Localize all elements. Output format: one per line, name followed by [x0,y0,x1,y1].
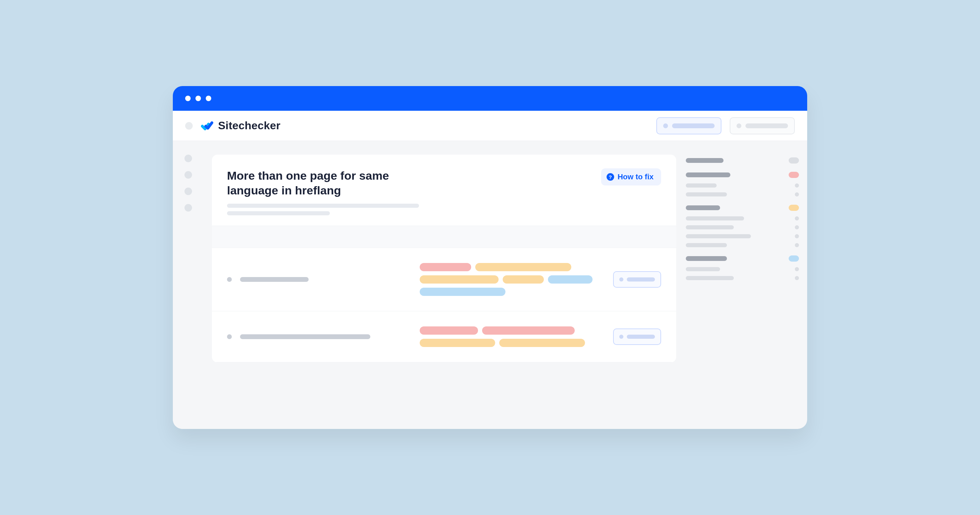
nav-item[interactable] [185,204,192,211]
count-dot [795,267,799,271]
card-header: More than one page for same language in … [212,155,676,226]
aside-item[interactable] [686,243,799,247]
count-dot [795,276,799,280]
how-to-fix-button[interactable]: ? How to fix [601,168,661,186]
issue-subtitle-placeholder [227,203,419,215]
placeholder-bar [227,211,330,215]
aside-item[interactable] [686,192,799,197]
help-icon: ? [606,173,614,181]
window-control-dot[interactable] [185,96,191,101]
tag-pill [420,263,471,271]
placeholder-dot [619,335,624,339]
nav-item[interactable] [185,171,192,179]
tag-pill [420,275,499,284]
count-dot [795,234,799,238]
aside-section [686,256,799,280]
card-band [212,226,676,248]
app-window: Sitechecker [173,86,807,429]
brand-name: Sitechecker [218,119,280,132]
aside-section [686,205,799,247]
issue-card: More than one page for same language in … [212,155,676,362]
status-badge [789,256,799,262]
row-bullet [227,277,232,282]
nav-rail [173,141,204,429]
aside-item[interactable] [686,267,799,271]
issue-row [212,248,676,312]
count-dot [795,192,799,197]
row-url-placeholder [240,277,309,282]
placeholder-bar [686,276,734,280]
placeholder-bar [686,216,744,221]
tag-pill [482,326,575,335]
placeholder-bar [686,192,727,197]
row-url-placeholder [240,334,370,339]
tag-pill [420,339,495,347]
placeholder-bar [686,158,724,163]
placeholder-dot [737,124,741,128]
tag-pill [548,275,592,284]
row-bullet [227,334,232,339]
tag-pill [420,288,506,296]
aside-section-head [686,172,799,178]
header-action-primary[interactable] [656,117,721,134]
count-dot [795,225,799,229]
tag-pill [503,275,544,284]
check-logo-icon [201,121,213,131]
row-tags [420,263,605,296]
aside-section-head [686,157,799,164]
aside-panel [686,155,799,429]
placeholder-bar [686,243,727,247]
app-body: More than one page for same language in … [173,141,807,429]
tag-pill [499,339,585,347]
placeholder-bar [227,203,419,208]
placeholder-bar [672,124,714,128]
nav-item[interactable] [185,155,192,162]
window-control-dot[interactable] [196,96,201,101]
count-dot [795,216,799,221]
nav-item[interactable] [185,188,192,195]
placeholder-bar [686,234,751,238]
issue-title: More than one page for same language in … [227,168,419,197]
placeholder-bar [686,183,717,188]
row-tags [420,326,605,347]
app-header: Sitechecker [173,111,807,141]
status-badge [789,157,799,164]
count-dot [795,243,799,247]
tag-pill [475,263,571,271]
tag-pill [420,326,478,335]
status-badge [789,205,799,211]
aside-item[interactable] [686,225,799,229]
count-dot [795,183,799,188]
window-control-dot[interactable] [206,96,211,101]
aside-section [686,157,799,164]
placeholder-dot [619,277,624,281]
main-panel: More than one page for same language in … [212,155,676,429]
header-action-secondary[interactable] [730,117,795,134]
brand-logo[interactable]: Sitechecker [201,119,280,132]
issue-row [212,312,676,362]
placeholder-bar [686,225,734,229]
placeholder-bar [686,172,730,177]
aside-item[interactable] [686,216,799,221]
aside-section [686,172,799,197]
placeholder-dot [663,124,668,128]
aside-section-head [686,205,799,211]
row-action-button[interactable] [613,329,661,345]
placeholder-bar [686,256,727,261]
placeholder-bar [627,335,655,339]
aside-item[interactable] [686,234,799,238]
placeholder-bar [745,124,788,128]
placeholder-bar [627,277,655,281]
aside-item[interactable] [686,276,799,280]
window-titlebar [173,86,807,111]
placeholder-bar [686,267,720,271]
content-area: More than one page for same language in … [204,141,807,429]
menu-toggle-icon[interactable] [185,122,193,130]
aside-item[interactable] [686,183,799,188]
status-badge [789,172,799,178]
aside-section-head [686,256,799,262]
placeholder-bar [686,205,720,210]
how-to-fix-label: How to fix [617,172,654,181]
row-action-button[interactable] [613,271,661,288]
